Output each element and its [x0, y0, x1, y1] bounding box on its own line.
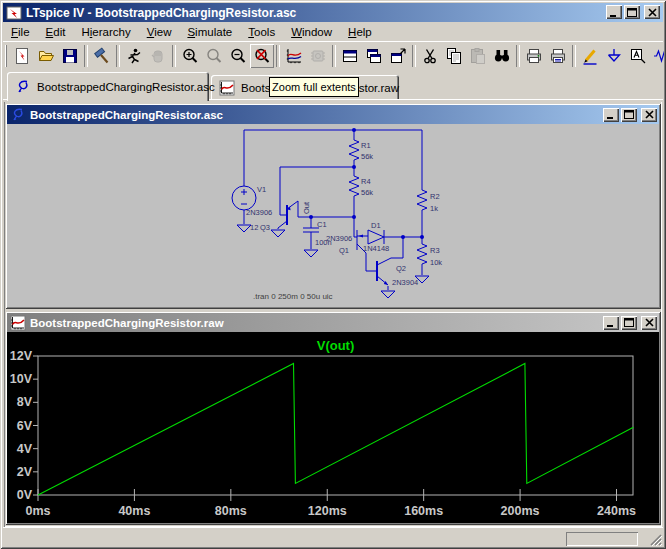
paste-button[interactable]: [466, 44, 490, 68]
tab-label: BootstrappedChargingResistor.asc: [37, 81, 215, 93]
open-file-button[interactable]: [34, 44, 58, 68]
spice-directive[interactable]: .tran 0 250m 0 50u uic: [253, 292, 333, 301]
plot-settings-button[interactable]: [282, 44, 306, 68]
component-value-label[interactable]: 2N3904: [392, 278, 418, 287]
menu-simulate[interactable]: Simulate: [179, 24, 240, 40]
component-ref-label[interactable]: V1: [257, 185, 266, 194]
y-tick-label: 6V: [17, 419, 33, 433]
close-button[interactable]: [641, 108, 657, 122]
x-tick-label: 200ms: [501, 504, 540, 518]
component-ref-label[interactable]: C1: [317, 220, 327, 229]
resize-grip-icon[interactable]: [648, 532, 662, 546]
print-preview-button[interactable]: [546, 44, 570, 68]
minimize-button[interactable]: [603, 316, 619, 330]
menu-hierarchy[interactable]: Hierarchy: [73, 24, 138, 40]
status-field: [566, 532, 638, 546]
toolbar-separator: [572, 45, 576, 67]
zoom-back-button[interactable]: [202, 44, 226, 68]
toolbar-separator: [276, 45, 280, 67]
zoom-out-button[interactable]: [226, 44, 250, 68]
component-ref-label[interactable]: Q1: [339, 246, 349, 255]
paste-icon: [469, 47, 487, 65]
component-ref-label[interactable]: Q3: [260, 223, 270, 232]
net-label-button[interactable]: [626, 44, 650, 68]
schematic-window-titlebar[interactable]: BootstrappedChargingResistor.asc: [7, 105, 659, 124]
menu-view[interactable]: View: [139, 24, 180, 40]
component-ref-label[interactable]: D1: [371, 221, 381, 230]
copy-button[interactable]: [442, 44, 466, 68]
print-button[interactable]: [522, 44, 546, 68]
wire-button[interactable]: [578, 44, 602, 68]
spice-netlist-button[interactable]: [306, 44, 330, 68]
zoom-full-extents-icon: [253, 47, 271, 65]
ground-symbol: [381, 291, 395, 298]
component-value-label[interactable]: 10k: [430, 258, 442, 267]
net-label-icon: [629, 47, 647, 65]
cascade-windows-button[interactable]: [362, 44, 386, 68]
maximize-button[interactable]: [621, 108, 637, 122]
component-value-label[interactable]: 2N3906: [326, 234, 352, 243]
resistor-button[interactable]: [650, 44, 666, 68]
maximize-button[interactable]: [624, 5, 640, 19]
component-value-label[interactable]: 12: [250, 223, 258, 232]
save-button[interactable]: [58, 44, 82, 68]
minimize-button[interactable]: [606, 5, 622, 19]
tile-windows-button[interactable]: [338, 44, 362, 68]
halt-button[interactable]: [146, 44, 170, 68]
component-value-label[interactable]: 2N3906: [246, 208, 272, 217]
minimize-icon: [606, 110, 616, 119]
schematic-drawing: V1 12 R1 56k R4 56k R2 1k R3 10k C1 100n…: [7, 124, 659, 307]
main-titlebar[interactable]: LTspice IV - BootstrappedChargingResisto…: [3, 3, 663, 22]
menu-edit[interactable]: Edit: [38, 24, 74, 40]
component-ref-label[interactable]: R2: [430, 192, 440, 201]
ground-button[interactable]: [602, 44, 626, 68]
zoom-full-extents-button[interactable]: [250, 44, 274, 68]
component-ref-label[interactable]: R1: [361, 141, 371, 150]
waveform-window-titlebar[interactable]: BootstrappedChargingResistor.raw: [7, 313, 659, 332]
schematic-doc-icon: [15, 79, 31, 95]
toolbar-grip[interactable]: [5, 45, 7, 67]
schematic-canvas[interactable]: V1 12 R1 56k R4 56k R2 1k R3 10k C1 100n…: [7, 124, 659, 307]
y-tick-label: 2V: [17, 465, 33, 479]
menu-window[interactable]: Window: [283, 24, 340, 40]
maximize-button[interactable]: [621, 316, 637, 330]
tab-schematic-asc[interactable]: BootstrappedChargingResistor.asc: [7, 72, 209, 101]
menu-file[interactable]: File: [3, 24, 38, 40]
new-schematic-button[interactable]: [10, 44, 34, 68]
trace-legend-label[interactable]: V(out): [317, 338, 355, 353]
x-tick-label: 80ms: [215, 504, 247, 518]
restore-window-button[interactable]: [386, 44, 410, 68]
halt-simulation-icon: [149, 47, 167, 65]
component-value-label[interactable]: 56k: [361, 188, 373, 197]
ground-symbol: [237, 225, 251, 232]
component-value-label[interactable]: 1N4148: [363, 244, 389, 253]
zoom-in-button[interactable]: [178, 44, 202, 68]
run-button[interactable]: [122, 44, 146, 68]
component-value-label[interactable]: 1k: [430, 204, 438, 213]
waveform-plot-area[interactable]: 0V2V4V6V8V10V12V0ms40ms80ms120ms160ms200…: [7, 332, 659, 523]
statusbar: [3, 527, 663, 547]
toolbar-separator: [516, 45, 520, 67]
toolbar-separator: [332, 45, 336, 67]
control-panel-button[interactable]: [90, 44, 114, 68]
menubar: FileEditHierarchyViewSimulateToolsWindow…: [3, 22, 663, 41]
close-button[interactable]: [641, 316, 657, 330]
find-button[interactable]: [490, 44, 514, 68]
find-icon: [493, 47, 511, 65]
waveform-doc-icon: [219, 80, 235, 96]
component-ref-label[interactable]: Q2: [396, 264, 406, 273]
resistor-r4-symbol: [349, 176, 359, 196]
restore-window-icon: [389, 47, 407, 65]
component-ref-label[interactable]: R3: [430, 246, 440, 255]
zoom-in-icon: [181, 47, 199, 65]
cut-button[interactable]: [418, 44, 442, 68]
minimize-button[interactable]: [603, 108, 619, 122]
diode-d1-symbol: [368, 230, 384, 244]
component-ref-label[interactable]: R4: [361, 177, 371, 186]
schematic-window: BootstrappedChargingResistor.asc: [5, 103, 661, 309]
menu-tools[interactable]: Tools: [240, 24, 283, 40]
component-value-label[interactable]: 56k: [361, 152, 373, 161]
close-button[interactable]: [644, 5, 660, 19]
net-label-out[interactable]: Out: [302, 201, 311, 214]
menu-help[interactable]: Help: [340, 24, 380, 40]
